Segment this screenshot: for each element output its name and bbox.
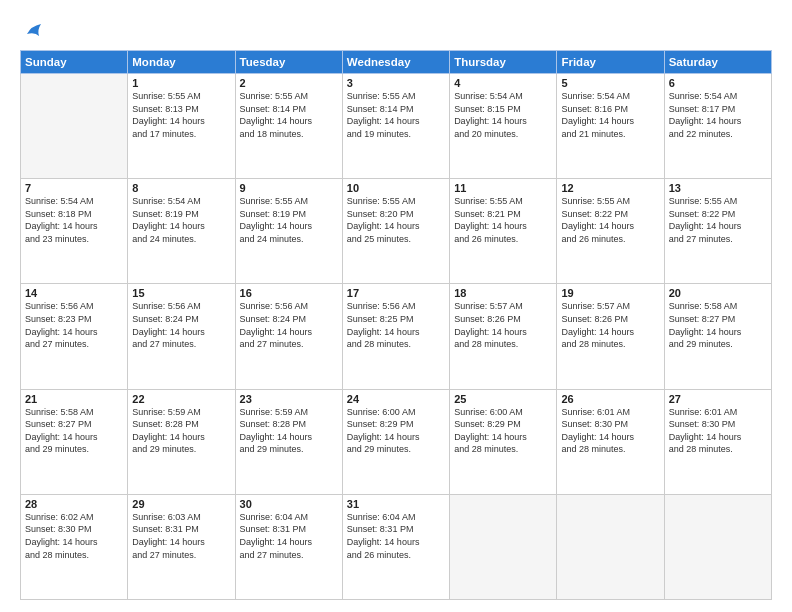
calendar-cell: 10Sunrise: 5:55 AM Sunset: 8:20 PM Dayli…	[342, 179, 449, 284]
calendar-cell: 11Sunrise: 5:55 AM Sunset: 8:21 PM Dayli…	[450, 179, 557, 284]
day-info: Sunrise: 6:01 AM Sunset: 8:30 PM Dayligh…	[561, 406, 659, 456]
day-info: Sunrise: 5:58 AM Sunset: 8:27 PM Dayligh…	[669, 300, 767, 350]
day-number: 10	[347, 182, 445, 194]
day-info: Sunrise: 6:03 AM Sunset: 8:31 PM Dayligh…	[132, 511, 230, 561]
calendar-cell	[557, 494, 664, 599]
calendar-cell: 13Sunrise: 5:55 AM Sunset: 8:22 PM Dayli…	[664, 179, 771, 284]
day-number: 28	[25, 498, 123, 510]
calendar-cell: 12Sunrise: 5:55 AM Sunset: 8:22 PM Dayli…	[557, 179, 664, 284]
calendar-cell: 1Sunrise: 5:55 AM Sunset: 8:13 PM Daylig…	[128, 74, 235, 179]
calendar-cell: 8Sunrise: 5:54 AM Sunset: 8:19 PM Daylig…	[128, 179, 235, 284]
calendar-cell: 31Sunrise: 6:04 AM Sunset: 8:31 PM Dayli…	[342, 494, 449, 599]
calendar-cell: 22Sunrise: 5:59 AM Sunset: 8:28 PM Dayli…	[128, 389, 235, 494]
calendar-cell: 20Sunrise: 5:58 AM Sunset: 8:27 PM Dayli…	[664, 284, 771, 389]
day-info: Sunrise: 6:00 AM Sunset: 8:29 PM Dayligh…	[454, 406, 552, 456]
day-info: Sunrise: 6:04 AM Sunset: 8:31 PM Dayligh…	[347, 511, 445, 561]
day-info: Sunrise: 5:56 AM Sunset: 8:25 PM Dayligh…	[347, 300, 445, 350]
day-number: 2	[240, 77, 338, 89]
col-header-friday: Friday	[557, 51, 664, 74]
calendar-header-row: SundayMondayTuesdayWednesdayThursdayFrid…	[21, 51, 772, 74]
col-header-wednesday: Wednesday	[342, 51, 449, 74]
day-number: 29	[132, 498, 230, 510]
calendar-cell: 19Sunrise: 5:57 AM Sunset: 8:26 PM Dayli…	[557, 284, 664, 389]
calendar-cell: 29Sunrise: 6:03 AM Sunset: 8:31 PM Dayli…	[128, 494, 235, 599]
day-number: 21	[25, 393, 123, 405]
day-number: 6	[669, 77, 767, 89]
day-number: 8	[132, 182, 230, 194]
day-number: 3	[347, 77, 445, 89]
day-number: 1	[132, 77, 230, 89]
day-info: Sunrise: 5:58 AM Sunset: 8:27 PM Dayligh…	[25, 406, 123, 456]
day-info: Sunrise: 6:04 AM Sunset: 8:31 PM Dayligh…	[240, 511, 338, 561]
day-info: Sunrise: 5:55 AM Sunset: 8:22 PM Dayligh…	[561, 195, 659, 245]
calendar-cell	[21, 74, 128, 179]
week-row-1: 1Sunrise: 5:55 AM Sunset: 8:13 PM Daylig…	[21, 74, 772, 179]
day-number: 9	[240, 182, 338, 194]
calendar-cell: 21Sunrise: 5:58 AM Sunset: 8:27 PM Dayli…	[21, 389, 128, 494]
day-number: 20	[669, 287, 767, 299]
day-number: 18	[454, 287, 552, 299]
calendar-cell: 28Sunrise: 6:02 AM Sunset: 8:30 PM Dayli…	[21, 494, 128, 599]
day-info: Sunrise: 5:54 AM Sunset: 8:19 PM Dayligh…	[132, 195, 230, 245]
week-row-4: 21Sunrise: 5:58 AM Sunset: 8:27 PM Dayli…	[21, 389, 772, 494]
day-number: 23	[240, 393, 338, 405]
day-number: 7	[25, 182, 123, 194]
day-info: Sunrise: 5:55 AM Sunset: 8:13 PM Dayligh…	[132, 90, 230, 140]
day-info: Sunrise: 6:00 AM Sunset: 8:29 PM Dayligh…	[347, 406, 445, 456]
day-number: 17	[347, 287, 445, 299]
logo	[20, 20, 44, 42]
day-number: 16	[240, 287, 338, 299]
day-number: 30	[240, 498, 338, 510]
day-number: 15	[132, 287, 230, 299]
calendar-cell: 25Sunrise: 6:00 AM Sunset: 8:29 PM Dayli…	[450, 389, 557, 494]
day-info: Sunrise: 5:56 AM Sunset: 8:24 PM Dayligh…	[240, 300, 338, 350]
day-number: 4	[454, 77, 552, 89]
calendar-cell: 26Sunrise: 6:01 AM Sunset: 8:30 PM Dayli…	[557, 389, 664, 494]
day-info: Sunrise: 5:54 AM Sunset: 8:17 PM Dayligh…	[669, 90, 767, 140]
day-info: Sunrise: 5:55 AM Sunset: 8:14 PM Dayligh…	[347, 90, 445, 140]
day-number: 31	[347, 498, 445, 510]
calendar-cell: 30Sunrise: 6:04 AM Sunset: 8:31 PM Dayli…	[235, 494, 342, 599]
calendar-cell: 18Sunrise: 5:57 AM Sunset: 8:26 PM Dayli…	[450, 284, 557, 389]
calendar-cell: 23Sunrise: 5:59 AM Sunset: 8:28 PM Dayli…	[235, 389, 342, 494]
col-header-thursday: Thursday	[450, 51, 557, 74]
day-number: 24	[347, 393, 445, 405]
calendar-cell: 7Sunrise: 5:54 AM Sunset: 8:18 PM Daylig…	[21, 179, 128, 284]
day-number: 25	[454, 393, 552, 405]
calendar-cell: 5Sunrise: 5:54 AM Sunset: 8:16 PM Daylig…	[557, 74, 664, 179]
day-info: Sunrise: 5:54 AM Sunset: 8:15 PM Dayligh…	[454, 90, 552, 140]
day-number: 12	[561, 182, 659, 194]
page: SundayMondayTuesdayWednesdayThursdayFrid…	[0, 0, 792, 612]
calendar-cell: 3Sunrise: 5:55 AM Sunset: 8:14 PM Daylig…	[342, 74, 449, 179]
calendar-cell: 27Sunrise: 6:01 AM Sunset: 8:30 PM Dayli…	[664, 389, 771, 494]
calendar-cell	[664, 494, 771, 599]
day-number: 11	[454, 182, 552, 194]
logo-bird-icon	[21, 20, 43, 42]
day-info: Sunrise: 5:55 AM Sunset: 8:14 PM Dayligh…	[240, 90, 338, 140]
col-header-sunday: Sunday	[21, 51, 128, 74]
day-number: 26	[561, 393, 659, 405]
calendar-cell: 15Sunrise: 5:56 AM Sunset: 8:24 PM Dayli…	[128, 284, 235, 389]
header	[20, 16, 772, 42]
calendar-table: SundayMondayTuesdayWednesdayThursdayFrid…	[20, 50, 772, 600]
week-row-5: 28Sunrise: 6:02 AM Sunset: 8:30 PM Dayli…	[21, 494, 772, 599]
day-number: 27	[669, 393, 767, 405]
day-number: 19	[561, 287, 659, 299]
calendar-cell: 4Sunrise: 5:54 AM Sunset: 8:15 PM Daylig…	[450, 74, 557, 179]
day-info: Sunrise: 5:57 AM Sunset: 8:26 PM Dayligh…	[454, 300, 552, 350]
day-info: Sunrise: 5:55 AM Sunset: 8:22 PM Dayligh…	[669, 195, 767, 245]
col-header-saturday: Saturday	[664, 51, 771, 74]
calendar-cell: 14Sunrise: 5:56 AM Sunset: 8:23 PM Dayli…	[21, 284, 128, 389]
day-info: Sunrise: 5:55 AM Sunset: 8:20 PM Dayligh…	[347, 195, 445, 245]
day-number: 22	[132, 393, 230, 405]
day-info: Sunrise: 5:55 AM Sunset: 8:19 PM Dayligh…	[240, 195, 338, 245]
day-number: 5	[561, 77, 659, 89]
calendar-cell: 24Sunrise: 6:00 AM Sunset: 8:29 PM Dayli…	[342, 389, 449, 494]
day-info: Sunrise: 5:59 AM Sunset: 8:28 PM Dayligh…	[240, 406, 338, 456]
day-info: Sunrise: 5:54 AM Sunset: 8:18 PM Dayligh…	[25, 195, 123, 245]
calendar-cell: 16Sunrise: 5:56 AM Sunset: 8:24 PM Dayli…	[235, 284, 342, 389]
day-number: 14	[25, 287, 123, 299]
day-number: 13	[669, 182, 767, 194]
calendar-cell: 17Sunrise: 5:56 AM Sunset: 8:25 PM Dayli…	[342, 284, 449, 389]
calendar-cell: 6Sunrise: 5:54 AM Sunset: 8:17 PM Daylig…	[664, 74, 771, 179]
